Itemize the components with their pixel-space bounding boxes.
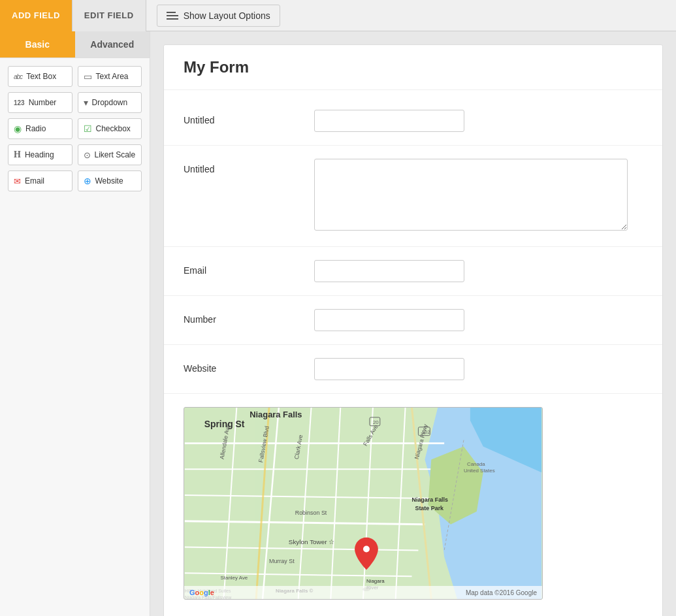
field-item-dropdown[interactable]: ▾ Dropdown bbox=[78, 92, 142, 113]
field-item-email[interactable]: ✉ Email bbox=[8, 170, 72, 191]
svg-text:Canada: Canada bbox=[467, 461, 485, 467]
tab-bar: Basic Advanced bbox=[0, 31, 150, 58]
field-input-email bbox=[314, 260, 643, 282]
svg-text:Skylon Tower ☆: Skylon Tower ☆ bbox=[289, 538, 335, 545]
form-field-website: Website bbox=[164, 345, 662, 394]
svg-text:United States: United States bbox=[464, 468, 495, 474]
form-container: My Form Untitled Untitled bbox=[163, 44, 663, 616]
form-area: My Form Untitled Untitled bbox=[150, 31, 676, 616]
layout-icon bbox=[167, 12, 178, 20]
form-body: Untitled Untitled Email bbox=[164, 90, 662, 616]
field-input-number bbox=[314, 309, 643, 331]
google-logo: Google bbox=[189, 589, 214, 596]
svg-text:State Park: State Park bbox=[415, 505, 443, 511]
radio-icon: ◉ bbox=[14, 123, 22, 134]
edit-field-button[interactable]: EDIT FIELD bbox=[72, 0, 146, 31]
field-label-heading: Heading bbox=[25, 150, 54, 159]
website-icon: ⊕ bbox=[84, 176, 91, 186]
svg-text:Stanley Ave: Stanley Ave bbox=[220, 575, 248, 581]
form-field-email: Email bbox=[164, 247, 662, 296]
map-placeholder: Spring St Niagara Falls Allendale Ave Fa… bbox=[184, 407, 543, 600]
field-label-email-form: Email bbox=[184, 260, 314, 276]
field-label-untitled-1: Untitled bbox=[184, 110, 314, 125]
checkbox-icon: ☑ bbox=[84, 123, 92, 134]
form-field-untitled-2: Untitled bbox=[164, 146, 662, 247]
field-label-text-area: Text Area bbox=[96, 72, 129, 81]
svg-text:Niagara: Niagara bbox=[366, 578, 385, 584]
layout-options-button[interactable]: Show Layout Options bbox=[157, 5, 280, 27]
form-field-number: Number bbox=[164, 296, 662, 345]
svg-text:Robinson St: Robinson St bbox=[295, 510, 327, 516]
tab-advanced[interactable]: Advanced bbox=[75, 31, 150, 57]
likert-scale-icon: ⊙ bbox=[84, 150, 91, 160]
field-label-number-form: Number bbox=[184, 309, 314, 325]
form-title: My Form bbox=[184, 58, 643, 76]
number-icon: 123 bbox=[14, 99, 25, 106]
input-website[interactable] bbox=[314, 358, 464, 380]
map-copyright: Map data ©2016 Google bbox=[466, 589, 537, 596]
field-item-heading[interactable]: H Heading bbox=[8, 144, 72, 165]
field-input-website bbox=[314, 358, 643, 380]
main-content: Basic Advanced abc Text Box ▭ Text Area … bbox=[0, 31, 676, 616]
email-icon: ✉ bbox=[14, 176, 21, 186]
input-email[interactable] bbox=[314, 260, 464, 282]
field-label-website-form: Website bbox=[184, 358, 314, 374]
field-label-text-box: Text Box bbox=[26, 72, 56, 81]
map-footer: Google Map data ©2016 Google bbox=[184, 586, 542, 599]
field-item-text-area[interactable]: ▭ Text Area bbox=[78, 66, 142, 87]
form-field-untitled-1: Untitled bbox=[164, 97, 662, 146]
textarea-untitled-2[interactable] bbox=[314, 159, 628, 231]
text-box-icon: abc bbox=[14, 73, 22, 80]
heading-icon: H bbox=[14, 150, 21, 160]
field-label-email: Email bbox=[25, 176, 44, 186]
svg-text:102: 102 bbox=[421, 429, 430, 435]
svg-text:Murray St: Murray St bbox=[269, 558, 295, 564]
add-field-button[interactable]: ADD FIELD bbox=[0, 0, 72, 31]
field-item-text-box[interactable]: abc Text Box bbox=[8, 66, 72, 87]
field-label-website: Website bbox=[95, 176, 123, 186]
svg-text:Niagara Falls: Niagara Falls bbox=[411, 496, 448, 503]
field-grid: abc Text Box ▭ Text Area 123 Number ▾ Dr… bbox=[0, 58, 150, 199]
field-item-radio[interactable]: ◉ Radio bbox=[8, 118, 72, 139]
text-area-icon: ▭ bbox=[84, 71, 92, 82]
field-label-dropdown: Dropdown bbox=[92, 98, 128, 107]
field-label-number: Number bbox=[29, 98, 57, 107]
field-item-likert-scale[interactable]: ⊙ Likert Scale bbox=[78, 144, 142, 165]
svg-point-45 bbox=[363, 546, 370, 553]
field-label-checkbox: Checkbox bbox=[96, 124, 131, 133]
layout-options-label: Show Layout Options bbox=[184, 10, 270, 21]
field-item-website[interactable]: ⊕ Website bbox=[78, 170, 142, 191]
svg-text:Niagara Falls: Niagara Falls bbox=[249, 410, 302, 419]
field-item-checkbox[interactable]: ☑ Checkbox bbox=[78, 118, 142, 139]
field-input-untitled-2 bbox=[314, 159, 643, 233]
svg-text:20: 20 bbox=[373, 419, 379, 425]
form-header: My Form bbox=[164, 45, 662, 90]
tab-basic[interactable]: Basic bbox=[0, 31, 75, 57]
field-label-likert-scale: Likert Scale bbox=[95, 150, 136, 159]
input-number[interactable] bbox=[314, 309, 464, 331]
sidebar: Basic Advanced abc Text Box ▭ Text Area … bbox=[0, 31, 150, 616]
map-svg: Spring St Niagara Falls Allendale Ave Fa… bbox=[184, 408, 542, 599]
input-untitled-1[interactable] bbox=[314, 110, 464, 132]
field-label-untitled-2: Untitled bbox=[184, 159, 314, 174]
top-bar: ADD FIELD EDIT FIELD Show Layout Options bbox=[0, 0, 676, 31]
field-input-untitled-1 bbox=[314, 110, 643, 132]
map-section: Spring St Niagara Falls Allendale Ave Fa… bbox=[164, 394, 662, 613]
field-label-radio: Radio bbox=[25, 124, 46, 133]
field-item-number[interactable]: 123 Number bbox=[8, 92, 72, 113]
dropdown-icon: ▾ bbox=[84, 97, 88, 108]
